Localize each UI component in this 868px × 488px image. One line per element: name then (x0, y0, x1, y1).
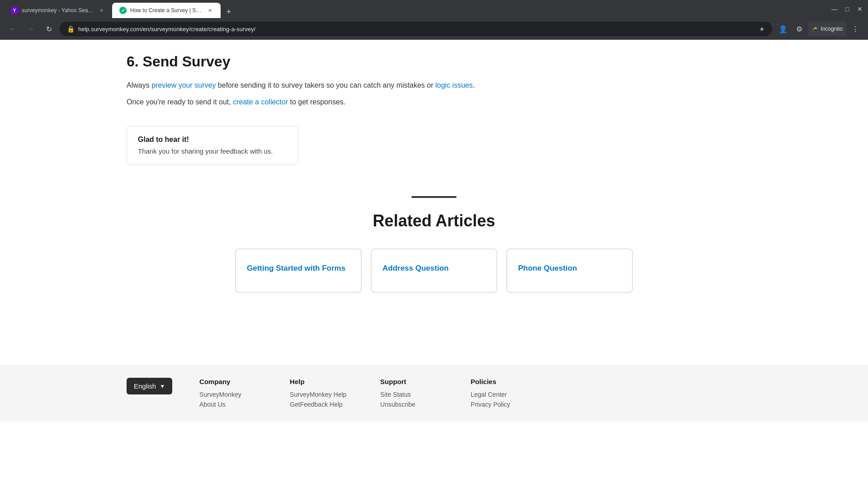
incognito-badge: 🥷 Incognito (808, 22, 846, 36)
tab-1-favicon: Y (11, 7, 18, 14)
profile-button[interactable]: 👤 (776, 22, 790, 36)
footer-link-surveymonkey[interactable]: SurveyMonkey (199, 391, 263, 398)
footer-link-legal[interactable]: Legal Center (471, 391, 534, 398)
footer-link-getfeedback-help[interactable]: GetFeedback Help (290, 401, 353, 408)
incognito-label: Incognito (821, 26, 843, 32)
paragraph-2-pre: Once you're ready to send it out, (127, 98, 233, 106)
article-card-0[interactable]: Getting Started with Forms (235, 249, 362, 293)
close-button[interactable]: ✕ (855, 5, 864, 14)
reload-button[interactable]: ↻ (42, 22, 56, 36)
language-arrow-icon: ▼ (160, 383, 165, 389)
preview-survey-link[interactable]: preview your survey (151, 81, 216, 89)
paragraph-2: Once you're ready to send it out, create… (127, 96, 845, 108)
tab-2-title: How to Create a Survey | Surve... (130, 7, 203, 14)
language-selector[interactable]: English ▼ (127, 378, 172, 394)
article-card-2-title: Phone Question (518, 264, 577, 272)
tab-2-close[interactable]: ✕ (206, 7, 213, 14)
create-collector-link[interactable]: create a collector (233, 98, 288, 106)
divider (411, 196, 457, 198)
window-controls: — □ ✕ (830, 5, 864, 14)
related-articles-title: Related Articles (127, 211, 741, 230)
browser-toolbar: ← → ↻ 🔒 help.surveymonkey.com/en/surveym… (0, 18, 868, 40)
tab-bar: Y surveymonkey - Yahoo Search... ✕ ✓ How… (0, 0, 868, 18)
section-heading: 6. Send Survey (127, 53, 845, 70)
article-card-1[interactable]: Address Question (371, 249, 497, 293)
paragraph-1: Always preview your survey before sendin… (127, 79, 845, 91)
related-articles-section: Related Articles Getting Started with Fo… (127, 211, 845, 293)
page-content: 6. Send Survey Always preview your surve… (0, 40, 868, 365)
tab-1-close[interactable]: ✕ (98, 7, 105, 14)
paragraph-1-end: . (473, 81, 475, 89)
toolbar-actions: 👤 ⚙ 🥷 Incognito ⋮ (776, 22, 863, 36)
back-button[interactable]: ← (5, 22, 20, 36)
footer-help-heading: Help (290, 378, 353, 385)
menu-button[interactable]: ⋮ (848, 22, 863, 36)
footer-link-privacy[interactable]: Privacy Policy (471, 401, 534, 408)
tab-1-title: surveymonkey - Yahoo Search... (22, 7, 94, 14)
minimize-button[interactable]: — (830, 5, 839, 14)
paragraph-1-pre: Always (127, 81, 151, 89)
footer-column-support: Support Site Status Unsubscribe (380, 378, 443, 408)
footer: English ▼ Company SurveyMonkey About Us … (0, 365, 868, 422)
divider-container (127, 196, 845, 198)
feedback-title: Glad to hear it! (138, 136, 287, 144)
tab-1[interactable]: Y surveymonkey - Yahoo Search... ✕ (4, 3, 112, 18)
footer-column-policies: Policies Legal Center Privacy Policy (471, 378, 534, 408)
tab-2-favicon: ✓ (119, 7, 127, 14)
article-card-1-title: Address Question (382, 264, 448, 272)
browser-window: Y surveymonkey - Yahoo Search... ✕ ✓ How… (0, 0, 868, 40)
paragraph-2-end: to get responses. (288, 98, 345, 106)
incognito-icon: 🥷 (812, 26, 819, 32)
bookmark-icon[interactable]: ★ (759, 25, 765, 33)
maximize-button[interactable]: □ (843, 5, 852, 14)
tab-2[interactable]: ✓ How to Create a Survey | Surve... ✕ (112, 3, 221, 18)
extensions-button[interactable]: ⚙ (792, 22, 807, 36)
new-tab-button[interactable]: + (222, 5, 235, 18)
address-bar[interactable]: 🔒 help.surveymonkey.com/en/surveymonkey/… (60, 22, 772, 36)
footer-company-heading: Company (199, 378, 263, 385)
logic-issues-link[interactable]: logic issues (435, 81, 473, 89)
article-card-0-title: Getting Started with Forms (247, 264, 345, 272)
footer-link-site-status[interactable]: Site Status (380, 391, 443, 398)
footer-link-sm-help[interactable]: SurveyMonkey Help (290, 391, 353, 398)
footer-support-heading: Support (380, 378, 443, 385)
paragraph-1-mid: before sending it to survey takers so yo… (216, 81, 435, 89)
url-text: help.surveymonkey.com/en/surveymonkey/cr… (78, 26, 755, 33)
language-label: English (134, 382, 156, 390)
feedback-body: Thank you for sharing your feedback with… (138, 147, 287, 155)
lock-icon: 🔒 (67, 25, 75, 33)
footer-column-company: Company SurveyMonkey About Us (199, 378, 263, 408)
forward-button[interactable]: → (24, 22, 38, 36)
article-card-2[interactable]: Phone Question (506, 249, 633, 293)
feedback-box: Glad to hear it! Thank you for sharing y… (127, 126, 298, 164)
footer-link-unsubscribe[interactable]: Unsubscribe (380, 401, 443, 408)
footer-policies-heading: Policies (471, 378, 534, 385)
articles-grid: Getting Started with Forms Address Quest… (127, 249, 741, 293)
footer-link-about-us[interactable]: About Us (199, 401, 263, 408)
footer-column-help: Help SurveyMonkey Help GetFeedback Help (290, 378, 353, 408)
